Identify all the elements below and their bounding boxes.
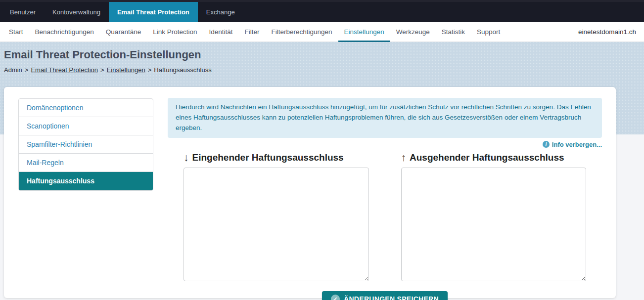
nav-item-werkzeuge[interactable]: Werkzeuge [390, 22, 436, 42]
settings-card: Domänenoptionen Scanoptionen Spamfilter-… [4, 87, 616, 298]
outbound-disclaimer-section: ↑ Ausgehender Haftungsausschluss [401, 152, 587, 283]
up-arrow-icon: ↑ [401, 152, 407, 163]
inbound-disclaimer-input[interactable] [184, 168, 369, 281]
nav-item-filterberechtigungen[interactable]: Filterberechtigungen [266, 22, 338, 42]
breadcrumb-separator: > [25, 66, 29, 74]
section-nav: Start Benachrichtigungen Quarantäne Link… [0, 22, 644, 42]
info-message: Hierdurch wird Nachrichten ein Haftungsa… [168, 98, 602, 138]
breadcrumb: Admin>Email Threat Protection>Einstellun… [4, 66, 212, 74]
inbound-disclaimer-section: ↓ Eingehender Haftungsausschluss [184, 152, 369, 283]
nav-item-identitaet[interactable]: Identität [203, 22, 238, 42]
nav-item-link-protection[interactable]: Link Protection [147, 22, 203, 42]
current-domain-label: einetestdomain1.ch [578, 22, 636, 42]
inbound-disclaimer-title: Eingehender Haftungsausschluss [192, 152, 344, 163]
nav-item-support[interactable]: Support [471, 22, 506, 42]
outbound-disclaimer-header: ↑ Ausgehender Haftungsausschluss [401, 152, 587, 163]
menu-item-haftungsausschluss[interactable]: Haftungsausschluss [19, 172, 153, 190]
menu-item-spamfilter-richtlinien[interactable]: Spamfilter-Richtlinien [19, 135, 153, 154]
breadcrumb-separator: > [148, 66, 152, 74]
check-icon: ✓ [331, 295, 340, 300]
menu-item-domaenenoptionen[interactable]: Domänenoptionen [19, 99, 153, 117]
menu-item-mail-regeln[interactable]: Mail-Regeln [19, 154, 153, 172]
outbound-disclaimer-input[interactable] [401, 168, 587, 281]
nav-item-benachrichtigungen[interactable]: Benachrichtigungen [29, 22, 100, 42]
top-app-bar: Benutzer Kontoverwaltung Email Threat Pr… [0, 0, 644, 22]
disclaimer-settings-panel: Hierdurch wird Nachrichten ein Haftungsa… [168, 98, 602, 300]
down-arrow-icon: ↓ [184, 152, 189, 163]
top-tab-benutzer[interactable]: Benutzer [1, 2, 44, 22]
inbound-disclaimer-header: ↓ Eingehender Haftungsausschluss [184, 152, 369, 163]
breadcrumb-email-threat-protection[interactable]: Email Threat Protection [31, 66, 98, 74]
actions-row: ✓ ÄNDERUNGEN SPEICHERN [168, 291, 602, 300]
breadcrumb-einstellungen[interactable]: Einstellungen [107, 66, 145, 74]
hide-info-toggle[interactable]: i Info verbergen... [168, 141, 602, 148]
outbound-disclaimer-title: Ausgehender Haftungsausschluss [410, 152, 564, 163]
hide-info-label: Info verbergen... [552, 141, 602, 148]
disclaimer-columns: ↓ Eingehender Haftungsausschluss ↑ Ausge… [168, 152, 602, 283]
breadcrumb-haftungsausschluss: Haftungsausschluss [154, 66, 211, 74]
top-tab-kontoverwaltung[interactable]: Kontoverwaltung [44, 2, 109, 22]
breadcrumb-separator: > [100, 66, 104, 74]
breadcrumb-admin: Admin [4, 66, 22, 74]
save-changes-button[interactable]: ✓ ÄNDERUNGEN SPEICHERN [322, 291, 448, 300]
page-title: Email Threat Protection-Einstellungen [4, 48, 201, 61]
menu-item-scanoptionen[interactable]: Scanoptionen [19, 117, 153, 135]
nav-item-start[interactable]: Start [3, 22, 29, 42]
nav-item-quarantaene[interactable]: Quarantäne [100, 22, 147, 42]
settings-menu: Domänenoptionen Scanoptionen Spamfilter-… [18, 98, 153, 191]
nav-item-filter[interactable]: Filter [239, 22, 266, 42]
nav-item-einstellungen[interactable]: Einstellungen [338, 22, 390, 42]
info-icon: i [543, 141, 550, 148]
nav-item-statistik[interactable]: Statistik [436, 22, 471, 42]
top-tab-email-threat-protection[interactable]: Email Threat Protection [109, 2, 198, 22]
top-tab-exchange[interactable]: Exchange [198, 2, 243, 22]
save-changes-label: ÄNDERUNGEN SPEICHERN [344, 295, 439, 300]
